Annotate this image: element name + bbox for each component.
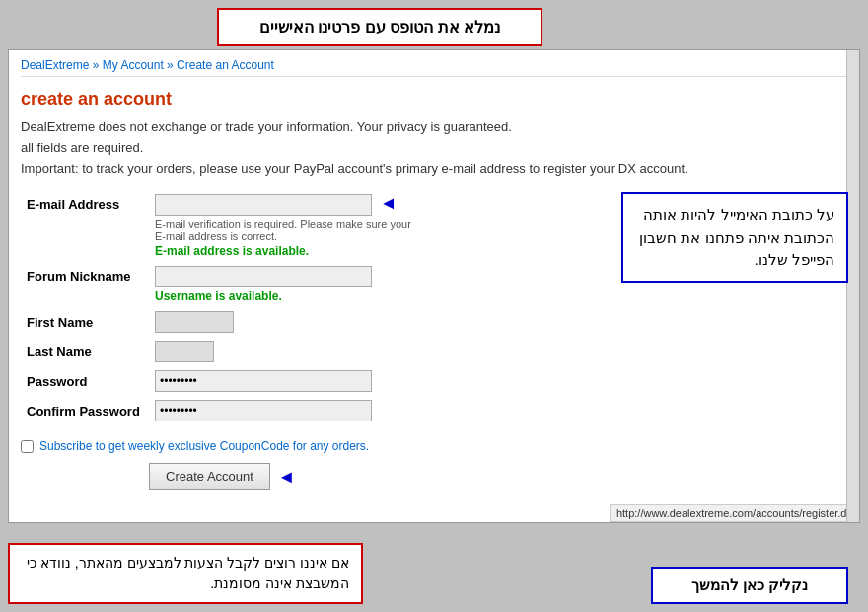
lastname-field[interactable] (155, 341, 214, 362)
subscribe-checkbox[interactable] (21, 440, 34, 453)
field-cell-password (149, 366, 847, 396)
bottom-right-annotation-box: נקליק כאן להמשך (651, 567, 848, 604)
field-cell-confirm-password (149, 396, 847, 425)
important-notice: Important: to track your orders, please … (21, 161, 847, 176)
field-cell-firstname (149, 307, 847, 337)
nickname-field[interactable] (155, 266, 372, 287)
browser-window: DealExtreme » My Account » Create an Acc… (8, 49, 860, 523)
right-annotation-box: על כתובת האימייל להיות אותה הכתובת איתה … (621, 192, 848, 283)
status-bar: http://www.dealextreme.com/accounts/regi… (610, 504, 859, 522)
subscribe-row: Subscribe to get weekly exclusive Coupon… (21, 439, 847, 453)
firstname-field[interactable] (155, 311, 234, 333)
field-label-nickname: Forum Nickname (21, 262, 149, 307)
email-arrow-icon: ◄ (380, 193, 398, 213)
privacy-notice: DealExtreme does not exchange or trade y… (21, 119, 847, 134)
field-label-password: Password (21, 366, 149, 396)
email-field-note: E-mail verification is required. Please … (155, 218, 411, 242)
button-arrow-icon: ◄ (278, 467, 296, 487)
password-field[interactable] (155, 370, 372, 392)
top-annotation-box: נמלא את הטופס עם פרטינו האישיים (217, 8, 542, 46)
table-row: Last Name (21, 337, 847, 366)
breadcrumb-myaccount[interactable]: My Account (103, 58, 164, 72)
page-title: create an account (21, 89, 847, 110)
breadcrumb: DealExtreme » My Account » Create an Acc… (21, 58, 847, 77)
submit-row: Create Account ◄ (21, 463, 847, 490)
nickname-available-text: Username is available. (155, 289, 841, 303)
field-cell-lastname (149, 337, 847, 366)
table-row: Confirm Password (21, 396, 847, 425)
breadcrumb-dealextreme[interactable]: DealExtreme (21, 58, 89, 72)
create-account-button[interactable]: Create Account (149, 463, 270, 490)
field-label-lastname: Last Name (21, 337, 149, 366)
subscribe-label[interactable]: Subscribe to get weekly exclusive Coupon… (39, 439, 369, 453)
breadcrumb-current: Create an Account (177, 58, 274, 72)
email-field[interactable] (155, 194, 372, 216)
required-notice: all fields are required. (21, 140, 847, 155)
field-label-firstname: First Name (21, 307, 149, 337)
field-label-confirm-password: Confirm Password (21, 396, 149, 425)
browser-content: DealExtreme » My Account » Create an Acc… (9, 50, 859, 522)
confirm-password-field[interactable] (155, 400, 372, 421)
table-row: Password (21, 366, 847, 396)
field-label-email: E-mail Address (21, 190, 149, 262)
bottom-left-annotation-box: אם איננו רוצים לקבל הצעות למבצעים מהאתר,… (8, 543, 363, 604)
outer-wrapper: נמלא את הטופס עם פרטינו האישיים DealExtr… (0, 0, 868, 612)
table-row: First Name (21, 307, 847, 337)
